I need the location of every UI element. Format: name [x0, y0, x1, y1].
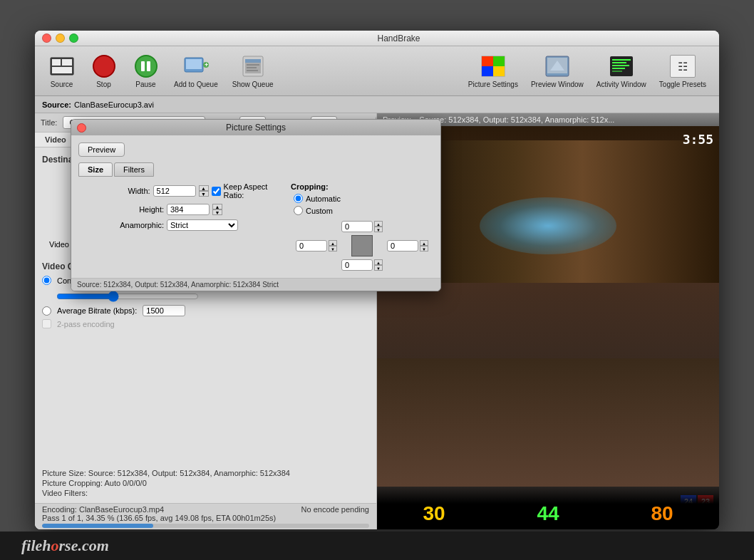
anamorphic-dialog-select[interactable]: Strict	[167, 219, 238, 231]
add-queue-label: Add to Queue	[174, 81, 218, 88]
stop-button[interactable]: Stop	[84, 51, 123, 91]
activity-window-svg	[609, 55, 634, 78]
cropping-label: Cropping:	[291, 182, 433, 191]
crop-bottom-down[interactable]: ▼	[374, 265, 383, 271]
progress-bar-container	[42, 524, 369, 528]
crop-top-field: ▲ ▼	[291, 221, 433, 232]
show-queue-button[interactable]: Show Queue	[227, 51, 279, 91]
svg-rect-10	[245, 59, 261, 63]
video-filters-info: Video Filters:	[35, 489, 376, 497]
maximize-button[interactable]	[69, 33, 78, 43]
main-content: Title: ClanBaseEurocup3 1 — 00h12m52s An…	[35, 113, 719, 529]
dialog-tabs: Size Filters	[78, 162, 433, 177]
toggle-presets-button[interactable]: ☷ Toggle Presets	[654, 51, 712, 91]
avg-bitrate-label: Average Bitrate (kbps):	[57, 306, 137, 315]
toggle-presets-icon: ☷	[670, 53, 696, 79]
status-bar: Encoding: ClanBaseEurocup3.mp4 No encode…	[35, 503, 376, 529]
crop-bottom-up[interactable]: ▲	[374, 259, 383, 265]
crop-fields: ▲ ▼ ▲	[291, 221, 433, 271]
picture-settings-button[interactable]: Picture Settings	[463, 51, 524, 91]
crop-left-stepper: ▲ ▼	[329, 240, 337, 252]
keep-aspect-checkbox[interactable]	[212, 187, 221, 196]
crop-top-input[interactable]	[341, 221, 373, 232]
window-title: HandBrake	[86, 33, 712, 43]
close-button[interactable]	[42, 33, 51, 43]
svg-rect-3	[52, 67, 72, 73]
activity-window-button[interactable]: Activity Window	[591, 51, 652, 91]
pause-button[interactable]: Pause	[126, 51, 165, 91]
stop-label: Stop	[96, 81, 111, 88]
preview-window-button[interactable]: Preview Window	[525, 51, 589, 91]
svg-rect-13	[247, 70, 258, 71]
crop-right-stepper: ▲ ▼	[420, 240, 428, 252]
title-label: Title:	[41, 118, 57, 127]
crop-left-up[interactable]: ▲	[329, 240, 337, 246]
height-down[interactable]: ▼	[212, 209, 222, 215]
height-stepper: ▲ ▼	[212, 204, 222, 215]
activity-window-icon	[609, 53, 634, 79]
dialog-tab-size[interactable]: Size	[78, 162, 113, 177]
crop-top-down[interactable]: ▼	[374, 227, 383, 232]
dialog-preview-button[interactable]: Preview	[78, 142, 125, 157]
width-input[interactable]	[153, 185, 196, 197]
source-bar-value: ClanBaseEurocup3.avi	[74, 100, 154, 109]
dialog-body: Preview Size Filters Width: ▲	[71, 135, 440, 278]
constant-quality-radio[interactable]	[42, 276, 51, 285]
crop-lr-row: ▲ ▼ ▲ ▼	[291, 235, 433, 256]
height-up[interactable]: ▲	[212, 204, 222, 209]
crop-custom-label: Custom	[306, 207, 333, 215]
source-button[interactable]: Source	[42, 51, 81, 91]
svg-rect-23	[612, 59, 631, 61]
add-queue-button[interactable]: + Add to Queue	[168, 51, 224, 91]
crop-bottom-input[interactable]	[341, 259, 373, 271]
width-label: Width:	[78, 187, 150, 195]
crop-right-input[interactable]	[387, 240, 418, 252]
twopass-checkbox[interactable]	[42, 319, 51, 328]
height-input[interactable]	[167, 204, 210, 215]
minimize-button[interactable]	[56, 33, 65, 43]
dialog-main: Width: ▲ ▼ Keep Aspect Ratio: Heig	[78, 182, 433, 271]
dialog-close-button[interactable]	[77, 123, 86, 133]
crop-top-up[interactable]: ▲	[374, 221, 383, 227]
crop-left-down[interactable]: ▼	[329, 246, 337, 252]
width-up[interactable]: ▲	[199, 185, 209, 191]
dialog-tab-filters[interactable]: Filters	[114, 162, 154, 177]
dialog-right: Cropping: Automatic Custom	[291, 182, 433, 271]
source-svg	[49, 53, 75, 79]
crop-right-up[interactable]: ▲	[420, 240, 428, 246]
score-1: 30	[423, 502, 445, 525]
anamorphic-dialog-label: Anamorphic:	[78, 221, 164, 229]
twopass-row: 2-pass encoding	[42, 319, 369, 328]
height-row: Height: ▲ ▼	[78, 204, 279, 215]
height-label: Height:	[78, 205, 164, 214]
svg-rect-5	[186, 59, 202, 69]
crop-bottom-field: ▲ ▼	[291, 259, 433, 271]
source-label: Source	[51, 81, 73, 88]
pause-label: Pause	[135, 81, 155, 88]
watermark-text: filehorse.com	[21, 536, 109, 555]
source-bar: Source: ClanBaseEurocup3.avi	[35, 96, 719, 113]
avg-bitrate-row: Average Bitrate (kbps):	[42, 305, 369, 316]
width-down[interactable]: ▼	[199, 191, 209, 197]
titlebar: HandBrake	[35, 31, 719, 46]
corridor-floor	[377, 358, 719, 487]
crop-right-down[interactable]: ▼	[420, 246, 428, 252]
preview-window-label: Preview Window	[531, 81, 584, 88]
crop-auto-radio[interactable]	[294, 194, 303, 203]
main-window: HandBrake Source Stop	[35, 31, 719, 529]
svg-rect-11	[247, 64, 259, 66]
twopass-label: 2-pass encoding	[57, 320, 115, 328]
crop-custom-radio[interactable]	[294, 206, 303, 215]
crop-left-input[interactable]	[296, 240, 327, 252]
bitrate-input[interactable]	[143, 305, 185, 316]
toolbar-left: Source Stop Pause	[42, 51, 463, 91]
avg-bitrate-radio[interactable]	[42, 306, 51, 316]
dialog-status: Source: 512x384, Output: 512x384, Anamor…	[71, 278, 440, 291]
picture-crop-info: Picture Cropping: Auto 0/0/0/0	[35, 479, 376, 487]
progress-bar-fill	[42, 524, 153, 528]
quality-slider[interactable]	[56, 291, 199, 302]
presets-visual: ☷	[670, 55, 696, 78]
width-stepper: ▲ ▼	[199, 185, 209, 197]
crop-auto-label: Automatic	[306, 195, 341, 203]
crop-left-field: ▲ ▼	[296, 240, 337, 252]
